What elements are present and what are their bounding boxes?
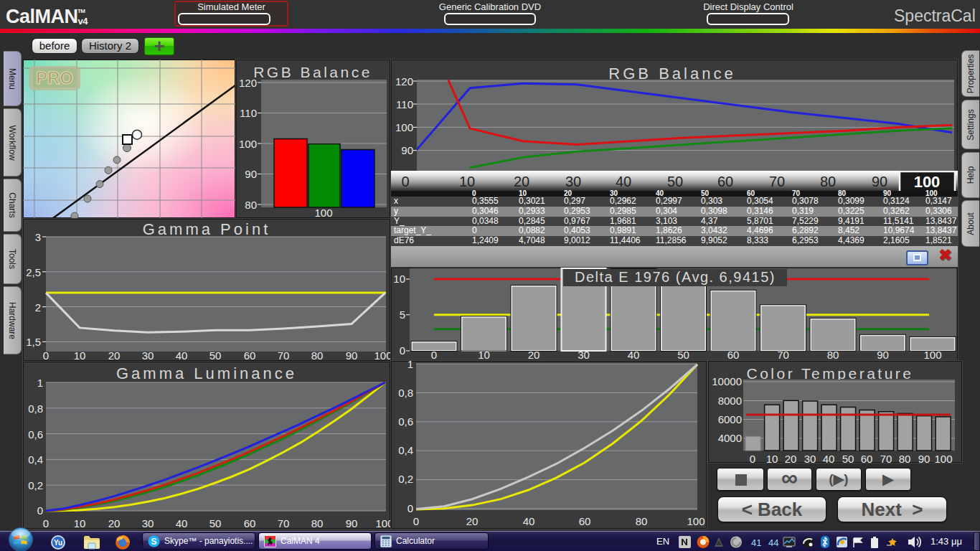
svg-text:0,2: 0,2 bbox=[28, 479, 43, 491]
svg-text:70: 70 bbox=[769, 174, 785, 189]
svg-text:40: 40 bbox=[616, 174, 631, 189]
svg-text:50: 50 bbox=[209, 517, 222, 529]
svg-text:100: 100 bbox=[375, 517, 390, 529]
svg-text:20: 20 bbox=[108, 517, 121, 529]
svg-text:110: 110 bbox=[240, 107, 257, 119]
svg-text:80: 80 bbox=[899, 453, 911, 463]
svg-text:30: 30 bbox=[565, 174, 581, 189]
svg-text:30: 30 bbox=[142, 349, 154, 361]
svg-text:3: 3 bbox=[35, 231, 41, 243]
svg-text:6000: 6000 bbox=[718, 413, 742, 425]
svg-text:100: 100 bbox=[374, 349, 390, 361]
svg-text:0,2: 0,2 bbox=[398, 473, 413, 485]
svg-text:1: 1 bbox=[37, 377, 43, 389]
svg-text:100: 100 bbox=[239, 138, 257, 150]
svg-text:40: 40 bbox=[523, 515, 535, 527]
svg-text:100: 100 bbox=[314, 207, 332, 218]
svg-text:70: 70 bbox=[278, 349, 290, 361]
svg-text:10: 10 bbox=[766, 453, 778, 463]
svg-text:120: 120 bbox=[395, 75, 413, 88]
svg-text:0: 0 bbox=[43, 349, 49, 361]
svg-text:44: 44 bbox=[768, 537, 778, 548]
svg-text:80: 80 bbox=[245, 199, 257, 211]
svg-text:70: 70 bbox=[278, 517, 290, 529]
svg-text:60: 60 bbox=[727, 349, 740, 361]
svg-text:0,6: 0,6 bbox=[398, 415, 413, 428]
svg-text:80: 80 bbox=[636, 515, 648, 527]
svg-text:30: 30 bbox=[578, 349, 590, 361]
svg-text:60: 60 bbox=[717, 174, 733, 189]
svg-text:S: S bbox=[151, 537, 156, 547]
svg-text:30: 30 bbox=[142, 517, 154, 529]
svg-text:2,5: 2,5 bbox=[26, 266, 41, 278]
svg-text:70: 70 bbox=[880, 453, 892, 463]
svg-text:50: 50 bbox=[842, 453, 854, 463]
svg-text:0,6: 0,6 bbox=[28, 428, 43, 441]
svg-text:90: 90 bbox=[346, 517, 358, 529]
svg-text:8000: 8000 bbox=[718, 395, 742, 407]
svg-text:RGB Balance: RGB Balance bbox=[253, 64, 372, 80]
svg-text:80: 80 bbox=[311, 349, 324, 361]
svg-text:70: 70 bbox=[777, 349, 789, 361]
svg-text:4000: 4000 bbox=[718, 432, 742, 444]
svg-text:2: 2 bbox=[35, 301, 41, 314]
svg-text:100: 100 bbox=[687, 515, 705, 527]
svg-text:60: 60 bbox=[244, 349, 256, 361]
svg-text:0: 0 bbox=[413, 515, 419, 527]
svg-text:90: 90 bbox=[401, 144, 413, 156]
svg-text:10: 10 bbox=[478, 349, 490, 361]
svg-text:100: 100 bbox=[923, 349, 941, 361]
svg-text:30: 30 bbox=[804, 453, 816, 463]
svg-text:20: 20 bbox=[466, 515, 479, 527]
svg-text:40: 40 bbox=[628, 349, 640, 361]
svg-text:60: 60 bbox=[579, 515, 591, 527]
svg-text:40: 40 bbox=[176, 517, 188, 529]
svg-text:0: 0 bbox=[407, 502, 413, 514]
svg-text:0: 0 bbox=[43, 517, 49, 529]
svg-text:Color Temperature: Color Temperature bbox=[746, 365, 913, 382]
svg-text:60: 60 bbox=[861, 453, 873, 463]
svg-text:100: 100 bbox=[934, 453, 952, 463]
svg-text:80: 80 bbox=[820, 174, 836, 189]
svg-text:90: 90 bbox=[877, 349, 889, 361]
svg-text:90: 90 bbox=[245, 168, 257, 180]
svg-text:80: 80 bbox=[827, 349, 839, 361]
svg-text:20: 20 bbox=[528, 349, 540, 361]
svg-text:90: 90 bbox=[872, 174, 887, 189]
svg-text:10000: 10000 bbox=[712, 375, 742, 387]
svg-text:20: 20 bbox=[514, 174, 529, 189]
svg-text:20: 20 bbox=[108, 349, 121, 361]
svg-text:90: 90 bbox=[346, 349, 358, 361]
svg-text:0: 0 bbox=[401, 174, 409, 189]
svg-text:60: 60 bbox=[244, 517, 256, 529]
svg-text:0: 0 bbox=[431, 349, 437, 361]
svg-text:5: 5 bbox=[400, 309, 405, 321]
svg-text:110: 110 bbox=[396, 98, 413, 110]
svg-text:10: 10 bbox=[74, 517, 86, 529]
svg-text:100: 100 bbox=[395, 121, 413, 133]
svg-text:0: 0 bbox=[400, 344, 405, 357]
svg-text:Yu: Yu bbox=[54, 539, 62, 547]
svg-text:41: 41 bbox=[751, 537, 761, 548]
svg-text:0,8: 0,8 bbox=[398, 387, 413, 399]
svg-text:50: 50 bbox=[209, 349, 222, 361]
svg-text:10: 10 bbox=[459, 174, 475, 189]
svg-text:100: 100 bbox=[914, 173, 941, 191]
svg-text:80: 80 bbox=[311, 517, 324, 529]
svg-text:0: 0 bbox=[37, 504, 43, 517]
svg-text:90: 90 bbox=[918, 453, 930, 463]
svg-text:0,8: 0,8 bbox=[28, 402, 43, 415]
svg-text:1,5: 1,5 bbox=[26, 336, 41, 348]
svg-text:50: 50 bbox=[677, 349, 689, 361]
svg-text:0: 0 bbox=[750, 453, 755, 463]
svg-text:1: 1 bbox=[407, 361, 413, 370]
svg-text:120: 120 bbox=[239, 77, 257, 89]
svg-text:Gamma Luminance: Gamma Luminance bbox=[116, 364, 297, 382]
svg-text:40: 40 bbox=[823, 453, 835, 463]
svg-text:Delta E 1976 (Avg. 6,9415): Delta E 1976 (Avg. 6,9415) bbox=[575, 269, 776, 285]
svg-text:50: 50 bbox=[667, 174, 683, 189]
svg-text:PRO: PRO bbox=[36, 68, 73, 88]
svg-text:40: 40 bbox=[176, 349, 188, 361]
svg-text:10: 10 bbox=[393, 273, 405, 285]
svg-text:20: 20 bbox=[785, 453, 797, 463]
